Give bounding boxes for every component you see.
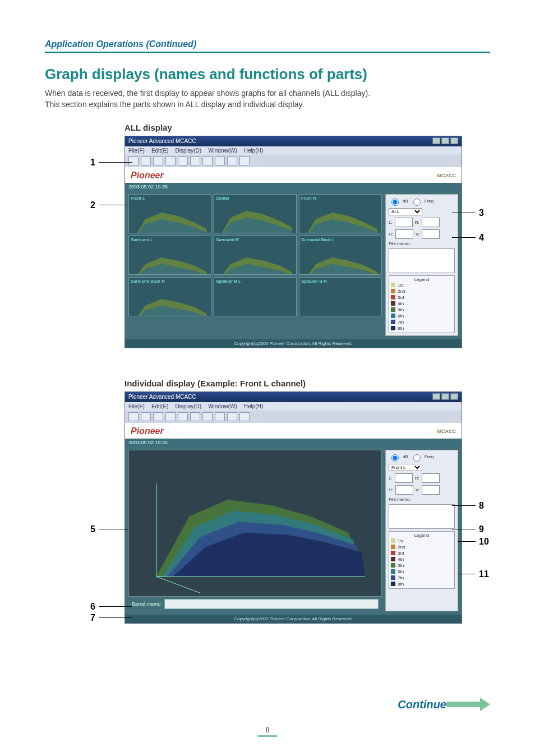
menu-item[interactable]: Help(H) xyxy=(244,403,263,409)
toolbar-button[interactable] xyxy=(227,156,237,165)
toolbar-button[interactable] xyxy=(141,412,151,421)
file-memo-box[interactable] xyxy=(389,504,455,529)
menu-item[interactable]: File(F) xyxy=(128,147,145,154)
mini-graph[interactable]: Surround L xyxy=(128,236,211,275)
individual-3d-graph[interactable] xyxy=(128,450,382,597)
timestamp: 2003.05.02 19:35 xyxy=(125,439,462,446)
v-input[interactable] xyxy=(422,485,440,495)
legend-label: 5th xyxy=(398,563,404,569)
toolbar-button[interactable] xyxy=(215,156,225,165)
menu-item[interactable]: Help(H) xyxy=(244,147,263,154)
toolbar-button[interactable] xyxy=(190,156,200,165)
mini-graph[interactable]: Speaker-B L xyxy=(214,277,297,316)
legend-swatch xyxy=(391,551,395,555)
channel-select[interactable]: ALL xyxy=(389,208,422,215)
radio-freq[interactable] xyxy=(413,199,421,206)
menubar[interactable]: File(F) Edit(E) Display(D) Window(W) Hel… xyxy=(125,402,462,411)
menu-item[interactable]: Edit(E) xyxy=(151,147,169,154)
legend-swatch xyxy=(391,326,395,330)
toolbar-button[interactable] xyxy=(227,412,237,421)
callout-number: 2 xyxy=(85,200,95,210)
mini-graph[interactable]: Speaker-B R xyxy=(299,277,382,316)
legend-label: 1st xyxy=(398,282,404,288)
menu-item[interactable]: Display(D) xyxy=(175,147,201,154)
toolbar-button[interactable] xyxy=(153,412,163,421)
continue-link[interactable]: Continue xyxy=(398,698,490,711)
toolbar-button[interactable] xyxy=(153,156,163,165)
mini-graph[interactable]: Surround Back R xyxy=(128,277,211,316)
mini-graph[interactable]: Surround Back L xyxy=(299,236,382,275)
toolbar-button[interactable] xyxy=(202,412,213,421)
toolbar-button[interactable] xyxy=(239,412,250,421)
continue-bar xyxy=(446,702,480,707)
memo-input[interactable] xyxy=(164,599,379,609)
toolbar-button[interactable] xyxy=(165,412,176,421)
figure-caption: ALL display xyxy=(124,123,489,132)
callout-number: 11 xyxy=(479,569,489,579)
mini-graph[interactable]: Front R xyxy=(299,194,382,233)
callout-line xyxy=(452,237,476,238)
mcacc-logo: MCACC xyxy=(437,428,456,434)
copyright: Copyright(c)2003 Pioneer Corporation. Al… xyxy=(125,615,462,623)
legend-swatch xyxy=(391,283,395,287)
radio-freq[interactable] xyxy=(413,454,421,462)
menu-item[interactable]: Edit(E) xyxy=(151,403,169,409)
toolbar-button[interactable] xyxy=(178,412,188,421)
v-input[interactable] xyxy=(422,229,440,239)
window-buttons[interactable] xyxy=(431,137,458,145)
channel-select[interactable]: Front L xyxy=(389,464,422,471)
workspace: Barrel:memo dB Freq Front L xyxy=(125,446,462,615)
toolbar-button[interactable] xyxy=(202,156,213,165)
callout-number: 1 xyxy=(85,158,95,168)
window-titlebar[interactable]: Pioneer Advanced MCACC xyxy=(125,392,462,402)
legend: Legend 1st 2nd 3rd 4th 5th 6th 7th 8th xyxy=(389,531,455,589)
legend-title: Legend xyxy=(391,277,453,282)
side-panel: dB Freq Front L L: R: xyxy=(385,450,458,611)
mini-graph[interactable]: Surround R xyxy=(214,236,297,275)
callout-number: 6 xyxy=(85,602,95,612)
mini-graph[interactable]: Front L xyxy=(128,194,211,233)
toolbar-button[interactable] xyxy=(178,156,188,165)
menu-item[interactable]: Display(D) xyxy=(175,403,201,409)
callout-line xyxy=(99,162,132,163)
toolbar[interactable] xyxy=(125,155,462,167)
legend-label: 7th xyxy=(398,575,404,581)
toolbar-button[interactable] xyxy=(239,156,250,165)
menu-item[interactable]: File(F) xyxy=(128,403,145,409)
menu-item[interactable]: Window(W) xyxy=(208,147,237,154)
toolbar-button[interactable] xyxy=(165,156,176,165)
window-titlebar[interactable]: Pioneer Advanced MCACC xyxy=(125,136,462,146)
toolbar-button[interactable] xyxy=(190,412,200,421)
h-input[interactable] xyxy=(395,485,413,495)
radio-db[interactable] xyxy=(391,199,399,206)
legend-label: 2nd xyxy=(398,288,405,294)
toolbar[interactable] xyxy=(125,411,462,423)
menubar[interactable]: File(F) Edit(E) Display(D) Window(W) Hel… xyxy=(125,146,462,155)
toolbar-button[interactable] xyxy=(128,412,139,421)
field-label: R: xyxy=(415,220,419,225)
callout-number: 4 xyxy=(479,233,489,243)
left-input[interactable] xyxy=(395,473,413,483)
left-input[interactable] xyxy=(395,218,413,227)
toolbar-button[interactable] xyxy=(215,412,225,421)
callout-number: 8 xyxy=(479,501,489,511)
legend-label: 3rd xyxy=(398,294,404,301)
workspace: Front L Center Front R xyxy=(125,191,462,339)
right-input[interactable] xyxy=(422,473,440,483)
menu-item[interactable]: Window(W) xyxy=(208,403,237,409)
right-input[interactable] xyxy=(422,218,440,227)
legend-swatch xyxy=(391,301,395,306)
window-buttons[interactable] xyxy=(431,393,458,401)
graph-grid: Front L Center Front R xyxy=(128,194,382,316)
side-panel: dB Freq ALL L: R: xyxy=(385,194,458,336)
file-memo-box[interactable] xyxy=(389,248,455,273)
radio-db[interactable] xyxy=(391,454,399,462)
legend-swatch xyxy=(391,314,395,318)
toolbar-button[interactable] xyxy=(141,156,151,165)
mini-graph[interactable]: Center xyxy=(214,194,297,233)
legend-label: 8th xyxy=(398,325,404,331)
h-input[interactable] xyxy=(395,229,413,239)
legend-swatch xyxy=(391,289,395,293)
field-label: R: xyxy=(415,476,419,481)
legend-label: 3rd xyxy=(398,550,404,556)
